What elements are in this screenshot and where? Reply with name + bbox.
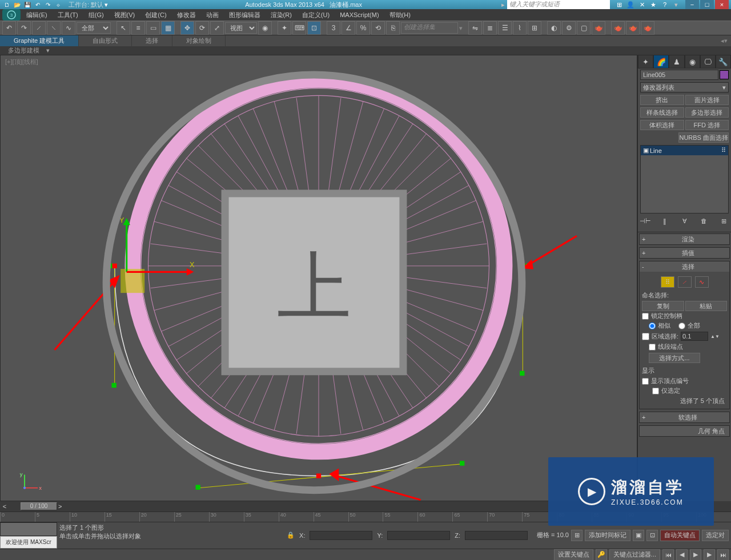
exchange-icon[interactable]: ✕ <box>637 0 646 9</box>
configure-icon[interactable]: ⊞ <box>718 216 729 226</box>
cmdtab-hierarchy-icon[interactable]: ♟ <box>669 55 684 69</box>
lock-icon[interactable]: 🔒 <box>287 531 295 539</box>
cmdtab-utilities-icon[interactable]: 🔧 <box>716 55 731 69</box>
percent-snap-icon[interactable]: % <box>356 21 370 35</box>
render-setup-icon[interactable]: ⚙ <box>562 21 576 35</box>
viewport[interactable]: [+][顶][线框] <box>0 55 637 501</box>
goto-start-icon[interactable]: ⏮ <box>662 549 674 560</box>
help-icon[interactable]: ? <box>660 0 669 9</box>
check-seg-end[interactable] <box>649 344 656 350</box>
search-input[interactable]: 键入关键字或短语 <box>507 0 610 9</box>
sel-lock-icon[interactable]: ⊡ <box>646 530 658 541</box>
new-icon[interactable]: 🗋 <box>2 0 11 9</box>
goto-end-icon[interactable]: ⏭ <box>717 549 729 560</box>
stack-item-line[interactable]: ▣Line ⠿ <box>641 146 728 155</box>
link-icon[interactable]: ⟐ <box>54 0 63 9</box>
cmdtab-modify-icon[interactable]: 🌈 <box>653 55 669 69</box>
menu-views[interactable]: 视图(V) <box>110 10 140 21</box>
curve-editor-icon[interactable]: ⌇ <box>513 21 527 35</box>
workspace-selector[interactable]: 工作台: 默认 <box>69 1 103 9</box>
ribbon-expand-icon[interactable]: ◂▾ <box>717 37 731 45</box>
open-icon[interactable]: 📂 <box>13 0 22 9</box>
render-iter-icon[interactable]: 🫖 <box>641 21 654 35</box>
check-show-vertnum[interactable] <box>642 378 649 385</box>
viewcube[interactable]: 上 <box>0 60 632 501</box>
subobj-vertex-icon[interactable]: ⠿ <box>661 276 674 288</box>
menu-edit[interactable]: 编辑(E) <box>22 10 52 21</box>
modifier-list[interactable]: 修改器列表▾ <box>640 82 729 92</box>
render-icon[interactable]: 🫖 <box>592 21 605 35</box>
maximize-button[interactable]: □ <box>700 0 714 9</box>
cmdtab-motion-icon[interactable]: ◉ <box>685 55 700 69</box>
move-icon[interactable]: ✥ <box>180 21 194 35</box>
time-tag-icon[interactable]: ⊞ <box>571 530 583 541</box>
coord-x[interactable] <box>310 531 372 540</box>
window-crossing-icon[interactable]: ▦ <box>161 21 175 35</box>
menu-group[interactable]: 组(G) <box>84 10 109 21</box>
redo-icon[interactable]: ↷ <box>17 21 31 35</box>
tab-graphite[interactable]: Graphite 建模工具 <box>0 35 79 46</box>
time-slider-handle[interactable]: 0 / 100 <box>21 502 57 510</box>
app-logo-icon[interactable]: 3 <box>2 9 21 21</box>
menu-modifiers[interactable]: 修改器 <box>172 10 200 21</box>
menu-animation[interactable]: 动画 <box>202 10 223 21</box>
key-filter-icon[interactable]: 🔑 <box>596 549 607 560</box>
key-filters-button[interactable]: 关键点过滤器... <box>609 549 660 560</box>
selection-filter[interactable]: 全部 <box>77 22 111 34</box>
angle-snap-icon[interactable]: ∠ <box>342 21 355 35</box>
menu-graph-editors[interactable]: 图形编辑器 <box>224 10 265 21</box>
object-color-swatch[interactable] <box>720 70 729 79</box>
named-selection-input[interactable]: 创建选择集 <box>401 22 458 34</box>
radio-all[interactable] <box>678 323 685 329</box>
render-prod-icon[interactable]: 🫖 <box>626 21 640 35</box>
rotate-icon[interactable]: ⟳ <box>195 21 209 35</box>
subobj-segment-icon[interactable]: ⟋ <box>678 276 692 288</box>
infocenter-icon[interactable]: ⊞ <box>614 0 624 9</box>
edit-named-sel-icon[interactable]: ⎘ <box>386 21 400 35</box>
menu-create[interactable]: 创建(C) <box>140 10 171 21</box>
material-editor-icon[interactable]: ◐ <box>547 21 561 35</box>
show-result-icon[interactable]: ‖ <box>660 216 670 226</box>
btn-spline-select[interactable]: 样条线选择 <box>640 107 684 118</box>
btn-patch-select[interactable]: 面片选择 <box>685 95 729 105</box>
isolate-icon[interactable]: ▣ <box>633 530 644 541</box>
save-icon[interactable]: 💾 <box>23 0 32 9</box>
bind-icon[interactable]: ∿ <box>62 21 75 35</box>
coord-y[interactable] <box>387 531 450 540</box>
render-frame-icon[interactable]: ▢ <box>577 21 591 35</box>
make-unique-icon[interactable]: ∀ <box>680 216 690 226</box>
align-icon[interactable]: ≣ <box>483 21 497 35</box>
play-icon[interactable]: ▶ <box>690 549 701 560</box>
mini-listener[interactable] <box>0 522 57 536</box>
modifier-stack[interactable]: ▣Line ⠿ <box>640 145 729 213</box>
radio-similar[interactable] <box>649 323 656 329</box>
favorite-icon[interactable]: ★ <box>649 0 658 9</box>
add-time-tag[interactable]: 添加时间标记 <box>585 530 630 541</box>
menu-customize[interactable]: 自定义(U) <box>298 10 334 21</box>
pivot-icon[interactable]: ◉ <box>258 21 272 35</box>
select-name-icon[interactable]: ≡ <box>131 21 145 35</box>
menu-help[interactable]: 帮助(H) <box>385 10 415 21</box>
autokey-button[interactable]: 自动关键点 <box>660 530 700 541</box>
area-select-value[interactable]: 0.1 <box>681 332 708 341</box>
link-icon[interactable]: ⟋ <box>32 21 46 35</box>
menu-maxscript[interactable]: MAXScript(M) <box>335 10 383 19</box>
pin-stack-icon[interactable]: ⊣⊢ <box>640 216 650 226</box>
check-lock-handles[interactable] <box>642 313 649 320</box>
tab-object-paint[interactable]: 对象绘制 <box>172 35 226 46</box>
cmdtab-create-icon[interactable]: ✦ <box>638 55 653 69</box>
schematic-icon[interactable]: ⊞ <box>528 21 541 35</box>
check-only-selected[interactable] <box>652 388 659 394</box>
scale-icon[interactable]: ⤢ <box>210 21 224 35</box>
snap3d-icon[interactable]: 3 <box>327 21 340 35</box>
tab-freeform[interactable]: 自由形式 <box>79 35 132 46</box>
menu-rendering[interactable]: 渲染(R) <box>266 10 296 21</box>
quick-render-icon[interactable]: 🫖 <box>611 21 625 35</box>
snap-toggle-icon[interactable]: ⊡ <box>307 21 321 35</box>
btn-extrude[interactable]: 挤出 <box>640 95 684 105</box>
tab-selection[interactable]: 选择 <box>132 35 172 46</box>
spinner-snap-icon[interactable]: ⟲ <box>371 21 385 35</box>
viewport-label[interactable]: [+][顶][线框] <box>5 58 38 66</box>
manipulate-icon[interactable]: ✦ <box>278 21 291 35</box>
btn-vol-select[interactable]: 体积选择 <box>640 120 684 130</box>
